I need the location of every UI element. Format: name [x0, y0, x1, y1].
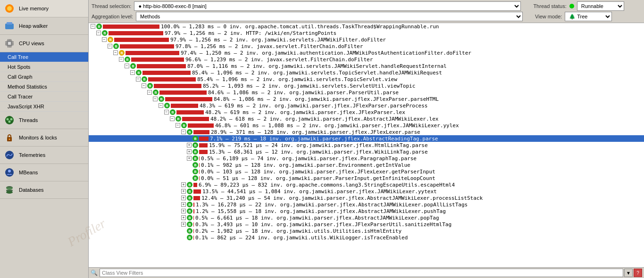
class-view-filter-input[interactable]	[100, 269, 623, 277]
sidebar-item-databases[interactable]: Databases	[0, 181, 88, 199]
sidebar-item-hot-spots[interactable]: Hot Spots	[0, 62, 88, 72]
tree-row[interactable]: +m13.5% – 44,541 μs – 1,084 inv. org.jam…	[89, 188, 644, 195]
collapse-button[interactable]: −	[147, 90, 152, 95]
expand-button[interactable]: +	[181, 196, 186, 200]
tree-row[interactable]: −m46.8% – 601 ms – 1,088 ms – 2 inv. org…	[89, 122, 644, 129]
filter-action-button[interactable]: ▼	[624, 269, 633, 277]
collapse-button[interactable]: −	[170, 116, 175, 121]
expand-button[interactable]: +	[181, 222, 186, 227]
collapse-button[interactable]: −	[108, 44, 112, 49]
profiling-bar	[193, 183, 197, 187]
tree-row[interactable]: −m85.4% – 1,096 ms – 2 inv. org.jamwiki.…	[89, 76, 644, 82]
expand-button[interactable]: +	[181, 182, 186, 187]
thread-selection-select[interactable]: ● http-bio-8080-exec-8 [main]	[134, 1, 521, 11]
tree-row[interactable]: −m48.2% – 619 ms – 2 inv. org.jamwiki.pa…	[89, 109, 644, 115]
tree-row[interactable]: +m15.9% – 75,521 μs – 24 inv. org.jamwik…	[89, 142, 644, 148]
thread-status-select[interactable]: Runnable	[577, 1, 624, 11]
collapse-button[interactable]: −	[176, 123, 180, 128]
tree-row[interactable]: +m1.2% – 15,558 μs – 18 inv. org.jamwiki…	[89, 208, 644, 214]
method-icon: m	[102, 30, 108, 36]
collapse-button[interactable]: −	[181, 130, 186, 134]
view-mode-select[interactable]: 🌲 Tree	[565, 12, 612, 21]
tree-row[interactable]: −m48.3% – 619 ms – 2 inv. org.jamwiki.pa…	[89, 102, 644, 109]
sidebar-item-heap-walker-label: Heap walker	[19, 23, 48, 29]
sidebar-item-javascript-xhr[interactable]: JavaScript XHR	[0, 102, 88, 112]
telemetries-icon	[4, 149, 15, 161]
tree-row[interactable]: −m96.6% – 1,239 ms – 2 inv. javax.servle…	[89, 56, 644, 63]
tree-row[interactable]: −m48.2% – 618 ms – 2 inv. org.jamwiki.pa…	[89, 115, 644, 122]
collapse-button[interactable]: −	[125, 64, 129, 68]
tree-row-text: 1.3% – 16,278 μs – 22 inv. org.jamwiki.p…	[196, 202, 644, 208]
collapse-button[interactable]: −	[113, 50, 118, 55]
tree-row[interactable]: −m84.8% – 1,086 ms – 2 inv. org.jamwiki.…	[89, 96, 644, 102]
tree-row[interactable]: +m0.3% – 3,493 μs – 10 inv. org.jamwiki.…	[89, 221, 644, 228]
tree-row[interactable]: m0.2% – 1,982 μs – 18 inv. org.jamwiki.u…	[89, 228, 644, 234]
expand-button[interactable]: +	[187, 143, 192, 147]
collapse-button[interactable]: −	[142, 83, 146, 88]
sidebar-item-mbeans[interactable]: MBeans	[0, 164, 88, 181]
sidebar-item-method-statistics-label: Method Statistics	[8, 84, 47, 90]
collapse-button[interactable]: −	[136, 77, 141, 82]
sidebar-item-threads[interactable]: Threads	[0, 112, 88, 129]
expand-button[interactable]: +	[181, 202, 186, 207]
sidebar-item-call-tracer[interactable]: Call Tracer	[0, 92, 88, 102]
expand-button[interactable]: +	[181, 189, 186, 194]
tree-row[interactable]: m0.0% – 51 μs – 128 inv. org.jamwiki.par…	[89, 175, 644, 181]
tree-row-text: 0.5% – 6,661 μs – 18 inv. org.jamwiki.pa…	[195, 215, 644, 221]
call-tree-view[interactable]: −m100.0% – 1,283 ms – 0 inv. org.apache.…	[89, 23, 644, 267]
tree-row[interactable]: +m15.3% – 68,361 μs – 12 inv. org.jamwik…	[89, 148, 644, 155]
filter-help-button[interactable]: ?	[634, 269, 642, 277]
tree-row[interactable]: −m100.0% – 1,283 ms – 0 inv. org.apache.…	[89, 23, 644, 30]
tree-row[interactable]: −m28.9% – 371 ms – 128 inv. org.jamwiki.…	[89, 129, 644, 135]
tree-row[interactable]: −m87.0% – 1,116 ms – 2 inv. org.jamwiki.…	[89, 63, 644, 69]
sidebar-item-live-memory[interactable]: Live memory	[0, 0, 88, 17]
tree-row[interactable]: +m0.5% – 6,189 μs – 74 inv. org.jamwiki.…	[89, 155, 644, 162]
sidebar-item-telemetries[interactable]: Telemetries	[0, 147, 88, 164]
tree-row[interactable]: +m6.9% – 89,223 μs – 832 inv. org.apache…	[89, 181, 644, 188]
sidebar-item-cpu-views[interactable]: CPU views	[0, 35, 88, 52]
tree-row[interactable]: −m97.8% – 1,256 ms – 2 inv. javax.servle…	[89, 43, 644, 49]
tree-row[interactable]: m7.1% – 219 ms – 18 inv. org.jamwiki.par…	[89, 135, 644, 142]
tree-row[interactable]: m0.1% – 982 μs – 128 inv. org.jamwiki.pa…	[89, 162, 644, 168]
sidebar-item-method-statistics[interactable]: Method Statistics	[0, 82, 88, 92]
collapse-button[interactable]: −	[159, 103, 163, 108]
collapse-button[interactable]: −	[119, 57, 124, 62]
expand-button[interactable]: +	[181, 215, 186, 220]
tree-row[interactable]: m0.1% – 862 μs – 224 inv. org.jamwiki.ut…	[89, 234, 644, 241]
collapse-button[interactable]: −	[130, 70, 135, 75]
tree-row[interactable]: −m97.9% – 1,256 ms – 2 inv. org.jamwiki.…	[89, 36, 644, 43]
method-icon: m	[136, 70, 142, 75]
sidebar-item-call-graph[interactable]: Call Graph	[0, 72, 88, 82]
heap-icon	[4, 20, 15, 32]
tree-row-text: 1.2% – 15,558 μs – 18 inv. org.jamwiki.p…	[196, 208, 644, 214]
profiling-bar	[193, 189, 201, 194]
collapse-button[interactable]: −	[91, 24, 95, 29]
tree-row[interactable]: −m97.4% – 1,250 ms – 2 inv. org.jamwiki.…	[89, 49, 644, 56]
tree-row[interactable]: m0.0% – 103 μs – 128 inv. org.jamwiki.pa…	[89, 168, 644, 175]
tree-row[interactable]: −m85.2% – 1,093 ms – 2 inv. org.jamwiki.…	[89, 82, 644, 89]
tree-row[interactable]: −m97.9% – 1,256 ms – 2 inv. HTTP: /wiki/…	[89, 30, 644, 36]
profiling-bar	[182, 117, 209, 121]
tree-row[interactable]: +m1.3% – 16,278 μs – 22 inv. org.jamwiki…	[89, 201, 644, 208]
toolbar-row-aggregation: Aggregation level: Methods View mode: 🌲 …	[92, 12, 641, 21]
profiling-bar	[193, 203, 194, 207]
sidebar-item-heap-walker[interactable]: Heap walker	[0, 17, 88, 35]
collapse-button[interactable]: −	[96, 31, 101, 35]
collapse-button[interactable]: −	[153, 97, 158, 101]
sidebar-item-cpu-views-label: CPU views	[19, 41, 44, 46]
collapse-button[interactable]: −	[102, 37, 107, 42]
sidebar-item-monitors-locks[interactable]: Monitors & locks	[0, 129, 88, 147]
expand-button[interactable]: +	[187, 156, 192, 161]
tree-row[interactable]: +m12.4% – 31,240 μs – 54 inv. org.jamwik…	[89, 195, 644, 201]
tree-row[interactable]: −m85.4% – 1,096 ms – 2 inv. org.jamwiki.…	[89, 69, 644, 76]
tree-row-text: 0.0% – 103 μs – 128 inv. org.jamwiki.par…	[201, 169, 644, 175]
tree-row[interactable]: −m84.6% – 1,086 ms – 2 inv. org.jamwiki.…	[89, 89, 644, 96]
expand-button[interactable]: +	[181, 209, 186, 213]
sidebar-item-call-tree[interactable]: Call Tree	[0, 52, 88, 62]
expand-button[interactable]: +	[187, 149, 192, 154]
tree-row[interactable]: +m0.5% – 6,661 μs – 18 inv. org.jamwiki.…	[89, 214, 644, 221]
aggregation-level-select[interactable]: Methods	[136, 12, 523, 21]
sidebar-item-hot-spots-label: Hot Spots	[8, 64, 30, 70]
method-icon: m	[192, 142, 198, 148]
collapse-button[interactable]: −	[164, 110, 169, 114]
